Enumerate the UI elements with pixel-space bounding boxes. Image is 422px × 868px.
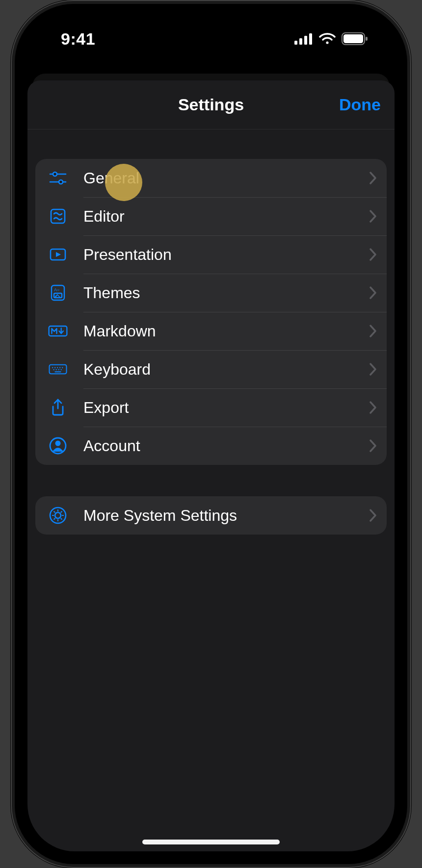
settings-group-main: General Editor [35,159,387,465]
svg-line-39 [54,511,55,513]
chevron-right-icon [369,439,377,453]
chevron-right-icon [369,324,377,338]
svg-point-26 [53,369,54,370]
settings-row-presentation[interactable]: Presentation [35,235,387,274]
device-frame: 9:41 [15,4,407,864]
settings-row-label: Account [72,437,369,455]
chevron-right-icon [369,248,377,261]
sheet-header: Settings Done [27,80,395,129]
sliders-icon [44,168,72,188]
svg-rect-30 [54,371,61,372]
settings-row-themes[interactable]: A= Themes [35,274,387,312]
svg-rect-3 [309,33,312,45]
page-title: Settings [178,95,244,114]
chevron-right-icon [369,401,377,414]
svg-point-29 [61,369,62,370]
settings-row-account[interactable]: Account [35,427,387,465]
svg-point-27 [56,369,57,370]
chevron-right-icon [369,286,377,300]
settings-row-label: Keyboard [72,360,369,379]
svg-point-32 [55,441,61,446]
settings-group-system: More System Settings [35,496,387,535]
svg-point-21 [52,367,53,368]
settings-content: General Editor [27,129,395,535]
svg-rect-12 [51,209,65,223]
settings-row-label: Presentation [72,246,369,264]
settings-row-markdown[interactable]: Markdown [35,312,387,350]
done-button[interactable]: Done [339,80,381,129]
markdown-icon [44,321,72,341]
settings-row-label: Markdown [72,322,369,340]
home-indicator[interactable] [142,840,280,844]
settings-row-label: More System Settings [72,507,369,525]
svg-point-11 [59,180,63,184]
settings-row-export[interactable]: Export [35,388,387,427]
cellular-icon [294,33,313,45]
settings-row-more-system[interactable]: More System Settings [35,496,387,535]
chevron-right-icon [369,209,377,223]
chevron-right-icon [369,509,377,522]
settings-row-label: Editor [72,207,369,226]
settings-row-label: General [72,169,369,187]
export-icon [44,398,72,417]
settings-row-label: Export [72,399,369,417]
svg-point-25 [62,367,63,368]
svg-rect-6 [343,34,363,43]
chevron-right-icon [369,362,377,376]
svg-point-22 [54,367,55,368]
svg-point-4 [326,41,328,44]
gear-icon [44,506,72,525]
svg-point-34 [55,512,61,518]
chevron-right-icon [369,171,377,185]
status-icons [294,32,368,45]
presentation-icon [44,245,72,264]
settings-row-label: Themes [72,284,369,302]
status-bar: 9:41 [27,17,395,61]
battery-icon [342,32,368,45]
settings-sheet: Settings Done [27,80,395,851]
svg-line-42 [54,518,55,520]
wifi-icon [319,33,336,45]
svg-rect-7 [366,37,368,41]
svg-point-9 [53,172,57,176]
screen: 9:41 [27,17,395,851]
themes-icon: A= [44,283,72,303]
editor-icon [44,206,72,226]
settings-row-editor[interactable]: Editor [35,197,387,235]
status-time: 9:41 [61,29,95,49]
svg-line-41 [61,511,62,513]
svg-marker-14 [56,252,61,257]
svg-point-28 [58,369,59,370]
svg-rect-2 [304,36,307,45]
svg-point-23 [57,367,58,368]
svg-rect-20 [50,365,67,374]
keyboard-icon [44,359,72,379]
svg-text:A=: A= [54,287,59,292]
svg-line-40 [61,518,62,520]
settings-row-keyboard[interactable]: Keyboard [35,350,387,388]
account-icon [44,436,72,456]
svg-point-24 [59,367,60,368]
settings-row-general[interactable]: General [35,159,387,197]
svg-rect-0 [294,41,297,45]
svg-rect-1 [299,38,302,45]
